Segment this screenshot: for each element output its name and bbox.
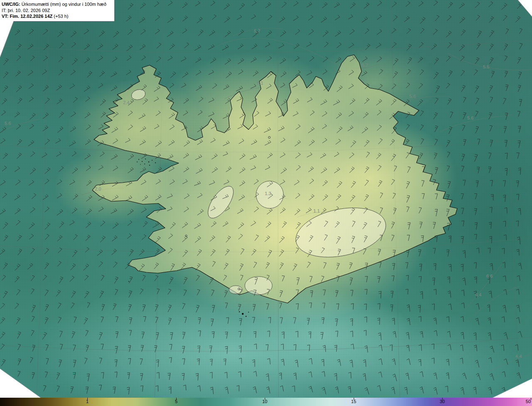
forecast-map: 5.75.75.55.12.45.65.65.62.01.31.16.64.44… <box>0 0 532 398</box>
colorbar-tick-label: 1 <box>86 399 89 404</box>
iceland-coastline <box>92 55 457 303</box>
contour-label: 1.1 <box>313 208 320 213</box>
valid-time-line: VT: Fim. 12.02.2026 14Z (+53 h) <box>2 13 111 20</box>
title-line: UWC/IG: Úrkomumætti (mm) og vindur i 100… <box>2 1 111 7</box>
title-box: UWC/IG: Úrkomumætti (mm) og vindur i 100… <box>0 0 114 21</box>
init-time: IT: þri. 10. 02. 2026 09Z <box>2 7 111 14</box>
contour-label: 5.6 <box>5 121 11 126</box>
map-overlay: 5.75.75.55.12.45.65.65.62.01.31.16.64.44… <box>0 0 532 398</box>
map-title: Úrkomumætti (mm) og vindur i 100m hæð <box>22 2 106 7</box>
colorbar-tick-label: 10 <box>262 399 267 404</box>
contour-label: 5.7 <box>254 29 260 34</box>
contour-label: 4.4 <box>475 292 481 297</box>
contour-label: 1.3 <box>265 191 271 196</box>
contour-label: 4.4 <box>515 354 522 359</box>
contour-label: 5.7 <box>362 63 368 68</box>
contour-label: 5.1 <box>257 81 263 86</box>
colorbar-tick-label: 15 <box>351 399 356 404</box>
colorbar: 1510153050 <box>0 398 532 406</box>
weather-forecast-figure: 5.75.75.55.12.45.65.65.62.01.31.16.64.44… <box>0 0 532 406</box>
contour-label: 2.4 <box>123 100 129 105</box>
valid-time: VT: Fim. 12.02.2026 14Z <box>2 14 52 19</box>
contour-label: 5.6 <box>409 94 416 99</box>
contour-label: 5.5 <box>483 64 489 69</box>
colorbar-tick-label: 50 <box>526 399 531 404</box>
product-code: UWC/IG: <box>2 2 20 7</box>
valid-offset: (+53 h) <box>54 14 68 19</box>
colorbar-tick-label: 5 <box>175 399 177 404</box>
contour-label: 5.6 <box>467 115 473 120</box>
colorbar-ticks: 1510153050 <box>0 398 532 406</box>
colorbar-tick-mark <box>531 398 531 400</box>
contour-label: 2.0 <box>95 186 101 191</box>
contour-label: 6.6 <box>486 274 493 279</box>
colorbar-tick-label: 30 <box>440 399 445 404</box>
